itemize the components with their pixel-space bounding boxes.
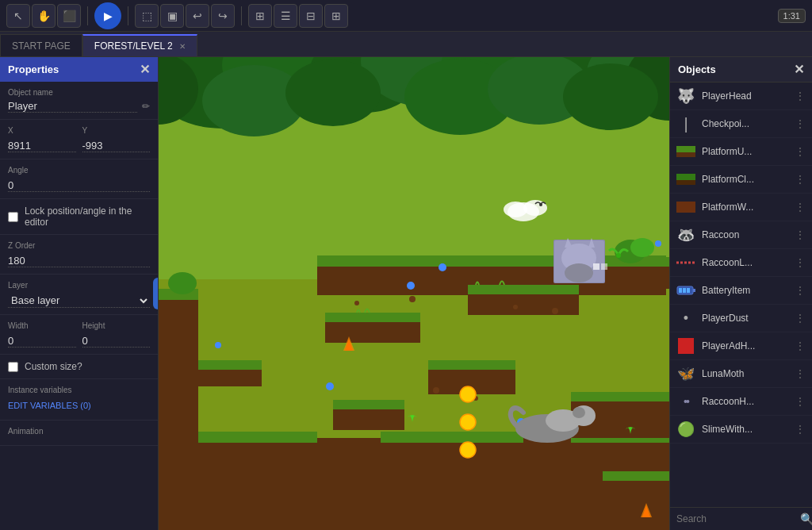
custom-size-checkbox[interactable]: [8, 362, 18, 372]
playeradh-name: PlayerAdH...: [702, 340, 788, 351]
svg-point-58: [655, 240, 661, 247]
objects-panel: Objects ✕ 🐺 PlayerHead ⋮ | Checkpoi... ⋮…: [669, 57, 812, 530]
svg-rect-87: [693, 289, 695, 292]
svg-point-15: [563, 63, 658, 130]
object-item-platformu[interactable]: PlatformU... ⋮: [670, 138, 812, 166]
grid-btn[interactable]: ⊞: [248, 4, 272, 28]
lunamoth-name: LunaMoth: [702, 368, 788, 379]
raccoon-name: Raccoon: [702, 229, 788, 240]
svg-rect-83: [676, 180, 695, 185]
raccoon-menu[interactable]: ⋮: [795, 229, 806, 241]
raccoonh-menu[interactable]: ⋮: [795, 395, 806, 408]
cursor-tool-btn[interactable]: ↖: [6, 4, 30, 28]
svg-point-57: [215, 342, 221, 348]
platformu-menu[interactable]: ⋮: [795, 145, 806, 158]
tab-level-close[interactable]: ✕: [179, 42, 186, 51]
object-item-checkpoint[interactable]: | Checkpoi... ⋮: [670, 110, 812, 138]
custom-size-row[interactable]: Custom size?: [8, 361, 150, 372]
svg-rect-34: [159, 295, 198, 454]
y-input[interactable]: [82, 140, 151, 152]
y-col: Y: [82, 126, 151, 152]
svg-rect-18: [325, 319, 420, 343]
raccoonl-menu[interactable]: ⋮: [795, 256, 806, 269]
paint-tool-btn[interactable]: ▣: [160, 4, 184, 28]
redo-btn[interactable]: ↪: [211, 4, 235, 28]
tab-level[interactable]: FOREST/LEVEL 2 ✕: [82, 34, 197, 56]
svg-point-79: [539, 203, 542, 206]
toolbar-view-tools: ⊞ ☰ ⊟ ⊞: [248, 4, 348, 28]
width-label: Width: [8, 321, 76, 330]
lock-section: Lock position/angle in the editor: [0, 199, 158, 235]
object-name-input[interactable]: [8, 100, 137, 113]
angle-label: Angle: [8, 166, 150, 175]
object-item-playerhead[interactable]: 🐺 PlayerHead ⋮: [670, 83, 812, 110]
hand-tool-btn[interactable]: ✋: [32, 4, 56, 28]
objects-header: Objects ✕: [670, 57, 812, 83]
instance-vars-label: Instance variables: [8, 386, 150, 394]
list-btn[interactable]: ☰: [274, 4, 297, 28]
svg-rect-82: [676, 174, 695, 180]
edit-vars-btn[interactable]: EDIT VARIABLES (0): [8, 398, 91, 413]
object-name-row: ✏: [8, 100, 150, 113]
custom-size-section: Custom size?: [0, 355, 158, 379]
object-item-battery[interactable]: BatteryItem ⋮: [670, 277, 812, 305]
sep3: [241, 6, 242, 25]
playeradh-menu[interactable]: ⋮: [795, 340, 806, 352]
angle-input[interactable]: [8, 179, 150, 192]
play-button[interactable]: ▶: [94, 2, 121, 29]
layout-btn[interactable]: ⊟: [299, 4, 323, 28]
platformu-name: PlatformU...: [702, 146, 788, 157]
tiles-btn[interactable]: ⊞: [324, 4, 348, 28]
select-tool-btn[interactable]: ⬚: [135, 4, 159, 28]
svg-point-45: [513, 305, 518, 309]
object-item-raccoonl[interactable]: RaccoonL... ⋮: [670, 249, 812, 277]
x-input[interactable]: [8, 140, 76, 152]
checkpoint-menu[interactable]: ⋮: [795, 117, 806, 130]
lock-checkbox[interactable]: [8, 212, 18, 222]
battery-menu[interactable]: ⋮: [795, 284, 806, 297]
layer-select[interactable]: Base layer: [8, 294, 150, 308]
platformcl-menu[interactable]: ⋮: [795, 173, 806, 186]
tab-start[interactable]: START PAGE: [0, 34, 82, 56]
object-item-playerdust[interactable]: • PlayerDust ⋮: [670, 305, 812, 332]
svg-rect-33: [603, 471, 669, 481]
object-item-platformw[interactable]: PlatformW... ⋮: [670, 194, 812, 221]
animation-label: Animation: [8, 427, 150, 436]
platformcl-icon: [676, 170, 695, 189]
lunamoth-menu[interactable]: ⋮: [795, 367, 806, 380]
svg-rect-88: [679, 288, 682, 293]
object-item-platformcl[interactable]: PlatformCl... ⋮: [670, 166, 812, 194]
checkpoint-icon: |: [676, 114, 695, 133]
game-canvas[interactable]: [159, 57, 669, 530]
object-item-raccoonh[interactable]: •• RaccoonH... ⋮: [670, 388, 812, 416]
object-item-playeradh[interactable]: PlayerAdH... ⋮: [670, 332, 812, 360]
object-item-slimewith[interactable]: 🟢 SlimeWith... ⋮: [670, 416, 812, 444]
toolbar-mode-tools: ⬚ ▣ ↩ ↪: [135, 4, 235, 28]
svg-rect-90: [687, 288, 690, 293]
zorder-input[interactable]: [8, 255, 150, 267]
svg-point-48: [433, 387, 439, 394]
object-name-edit-icon[interactable]: ✏: [142, 101, 150, 112]
slimewith-icon: 🟢: [676, 420, 695, 439]
platformw-menu[interactable]: ⋮: [795, 201, 806, 213]
playerdust-name: PlayerDust: [702, 313, 788, 324]
platformu-icon: [676, 142, 695, 161]
undo-btn[interactable]: ↩: [186, 4, 209, 28]
object-item-raccoon[interactable]: 🦝 Raccoon ⋮: [670, 221, 812, 249]
objects-close-btn[interactable]: ✕: [794, 62, 804, 77]
panel-resize-handle[interactable]: [153, 278, 159, 309]
width-input[interactable]: [8, 335, 76, 348]
height-input[interactable]: [82, 335, 151, 348]
properties-panel: Properties ✕ Object name ✏ X Y: [0, 57, 159, 530]
x-label: X: [8, 126, 76, 135]
svg-rect-19: [325, 313, 420, 322]
properties-close-btn[interactable]: ✕: [140, 62, 150, 77]
playerhead-menu[interactable]: ⋮: [795, 90, 806, 102]
objects-search-input[interactable]: [676, 513, 795, 524]
svg-point-46: [552, 308, 558, 314]
playerdust-menu[interactable]: ⋮: [795, 312, 806, 325]
object-item-lunamoth[interactable]: 🦋 LunaMoth ⋮: [670, 360, 812, 388]
object-tool-btn[interactable]: ⬛: [57, 4, 81, 28]
lock-checkbox-row[interactable]: Lock position/angle in the editor: [8, 205, 150, 228]
slimewith-menu[interactable]: ⋮: [795, 423, 806, 436]
